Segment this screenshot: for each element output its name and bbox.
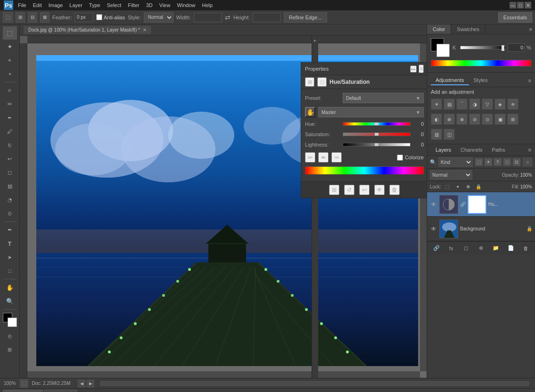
mask-thumb[interactable] <box>468 195 486 214</box>
eyedropper-btn-1[interactable]: ✏ <box>305 152 315 163</box>
eyedropper-btn-2[interactable]: ✒ <box>318 152 329 163</box>
lock-move-icon[interactable]: ✦ <box>453 182 462 191</box>
filter-shape-icon[interactable]: □ <box>503 158 511 166</box>
marquee-subtract-btn[interactable]: ⊠ <box>40 12 49 23</box>
dodge-tool[interactable]: ⊙ <box>3 207 17 220</box>
layer-link-icon[interactable]: 🔗 <box>460 202 466 207</box>
anti-alias-checkbox[interactable] <box>96 14 102 20</box>
marquee-tool-option[interactable]: ⬚ <box>3 12 13 23</box>
layer-group-icon[interactable]: 📁 <box>491 243 501 253</box>
tab-layers[interactable]: Layers <box>431 146 456 154</box>
adj-selective-icon[interactable]: ◫ <box>444 129 455 140</box>
saturation-thumb[interactable] <box>375 132 379 136</box>
brush-tool[interactable]: 🖊 <box>3 125 17 138</box>
adj-grad-icon[interactable]: ▥ <box>431 129 442 140</box>
lock-pixels-icon[interactable]: ⬚ <box>443 182 452 191</box>
screen-mode-btn[interactable]: ⊞ <box>3 343 17 356</box>
style-select[interactable]: Normal <box>144 12 173 23</box>
tab-swatches[interactable]: Swatches <box>451 24 486 34</box>
layer-new-icon[interactable]: 📄 <box>506 243 516 253</box>
eyedropper-btn-3[interactable]: ✑ <box>331 152 342 163</box>
adj-brightness-icon[interactable]: ☀ <box>431 98 442 110</box>
layer-adj-icon[interactable]: ⊕ <box>476 243 486 253</box>
type-tool[interactable]: T <box>3 237 17 250</box>
properties-menu-btn[interactable]: ≡ <box>419 65 424 73</box>
lasso-tool[interactable]: ⌖ <box>3 54 17 67</box>
canvas-tab-close[interactable]: ✕ <box>143 27 147 33</box>
width-input[interactable] <box>194 13 222 22</box>
filter-smart-icon[interactable]: ⊡ <box>512 158 521 166</box>
layer-delete-icon[interactable]: 🗑 <box>520 243 531 253</box>
layer-fx-icon[interactable]: fx <box>446 243 456 253</box>
gradient-tool[interactable]: ▤ <box>3 180 17 193</box>
preset-dropdown[interactable]: Default ▼ <box>343 93 424 103</box>
layer-visibility-background[interactable]: 👁 <box>430 225 437 233</box>
adj-levels-icon[interactable]: ▤ <box>444 98 455 110</box>
adj-colorbal-icon[interactable]: ≑ <box>507 98 519 110</box>
bg-color-preview[interactable] <box>436 44 450 57</box>
menu-3d[interactable]: 3D <box>143 1 156 9</box>
pen-tool[interactable]: ✒ <box>3 223 17 237</box>
colorize-checkbox-label[interactable]: Colorize <box>397 155 424 161</box>
heal-tool[interactable]: ✒ <box>3 111 17 124</box>
adj-photo-icon[interactable]: ⊕ <box>444 114 455 125</box>
hue-thumb[interactable] <box>375 122 379 126</box>
eraser-tool[interactable]: ◻ <box>3 166 17 179</box>
layer-link-bottom-icon[interactable]: 🔗 <box>431 243 442 253</box>
tab-channels[interactable]: Channels <box>456 146 487 154</box>
background-color[interactable] <box>8 318 17 327</box>
essentials-button[interactable]: Essentials <box>498 12 532 23</box>
prop-mask-icon-btn[interactable]: ◻ <box>317 77 327 87</box>
k-slider-thumb[interactable] <box>502 45 504 51</box>
tab-color[interactable]: Color <box>427 24 451 34</box>
k-slider-track[interactable] <box>460 46 506 49</box>
quick-select-tool[interactable]: ⚬ <box>3 67 17 81</box>
blend-mode-select[interactable]: Normal <box>430 170 472 180</box>
history-brush[interactable]: ↩ <box>3 152 17 165</box>
crop-tool[interactable]: ⌗ <box>3 84 17 97</box>
blur-tool[interactable]: ◔ <box>3 193 17 206</box>
tab-mini-bridge[interactable]: Mini Bridge <box>3 390 43 392</box>
adj-exposure-icon[interactable]: ◑ <box>469 98 480 110</box>
swap-icon[interactable]: ⇄ <box>225 14 230 21</box>
maximize-button[interactable]: □ <box>517 2 524 8</box>
channel-dropdown[interactable]: Master ▼ <box>318 107 424 117</box>
adj-channel-icon[interactable]: ⊗ <box>456 114 468 125</box>
prop-undo-btn[interactable]: ↩ <box>359 185 370 195</box>
saturation-slider[interactable] <box>343 131 411 137</box>
filter-adj-icon[interactable]: ☀ <box>484 158 493 166</box>
marquee-tool[interactable]: ⬚ <box>3 26 17 40</box>
menu-layer[interactable]: Layer <box>66 1 85 9</box>
prop-reset-btn[interactable]: ↺ <box>344 185 354 195</box>
channel-hand-icon[interactable]: ✋ <box>305 107 315 117</box>
adj-vibrance-icon[interactable]: ▽ <box>482 98 493 110</box>
height-input[interactable] <box>253 13 281 22</box>
canvas-tab-item[interactable]: Dock.jpg @ 100% (Hue/Saturation 1, Layer… <box>24 26 152 34</box>
status-nav-next[interactable]: ▶ <box>87 380 94 387</box>
shape-tool[interactable]: □ <box>3 264 17 278</box>
k-value-input[interactable] <box>508 43 525 52</box>
properties-expand-btn[interactable]: ▸▸ <box>410 65 417 73</box>
adj-curves-icon[interactable]: ⌒ <box>456 98 468 110</box>
move-tool[interactable]: ✦ <box>3 40 17 53</box>
filter-pixel-icon[interactable]: ⬚ <box>475 158 483 166</box>
colorize-checkbox[interactable] <box>397 155 403 161</box>
layers-filter-toggle[interactable]: ○ <box>523 158 532 166</box>
tab-adjustments[interactable]: Adjustments <box>431 76 469 85</box>
feather-input[interactable] <box>74 13 93 22</box>
canvas-container[interactable]: Properties ▸▸ ≡ ⊞ ◻ Hue/Saturation <box>27 43 427 378</box>
lock-artboard-icon[interactable]: ✤ <box>464 182 472 191</box>
menu-file[interactable]: File <box>15 1 29 9</box>
eyedropper-tool[interactable]: ✏ <box>3 98 17 111</box>
layers-menu-icon[interactable]: ≡ <box>528 147 531 153</box>
prop-delete-btn[interactable]: 🗑 <box>389 185 400 195</box>
menu-view[interactable]: View <box>156 1 173 9</box>
menu-help[interactable]: Help <box>199 1 216 9</box>
layers-kind-select[interactable]: Kind <box>438 157 473 167</box>
marquee-style-btn[interactable]: ⊞ <box>16 12 25 23</box>
color-panel-menu-icon[interactable]: ≡ <box>529 26 532 32</box>
layer-mask-icon[interactable]: ◻ <box>461 243 471 253</box>
adj-invert-icon[interactable]: ⊙ <box>482 114 493 125</box>
status-scrollbar[interactable] <box>100 381 529 386</box>
color-swatches[interactable] <box>3 313 17 327</box>
